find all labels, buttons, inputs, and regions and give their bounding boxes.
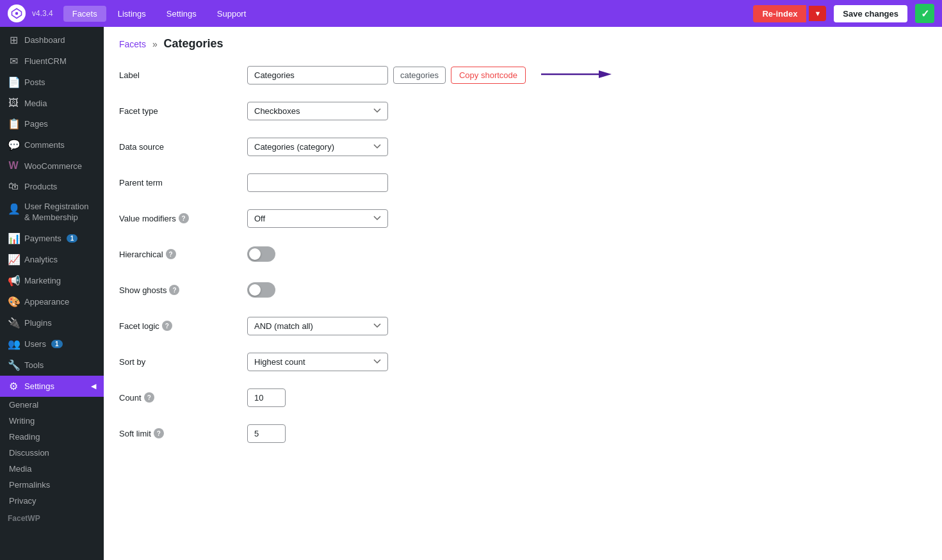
sort-by-row: Sort by Highest count Lowest count Displ…: [119, 350, 927, 373]
content-area: Facets » Categories Label categories Cop…: [104, 27, 942, 560]
hierarchical-label: Hierarchical ?: [119, 249, 247, 259]
count-help-icon[interactable]: ?: [144, 392, 154, 403]
form-area: Label categories Copy shortcode: [104, 56, 942, 483]
facet-logic-help-icon[interactable]: ?: [162, 321, 172, 331]
analytics-icon: 📈: [8, 253, 19, 266]
products-icon: 🛍: [8, 180, 19, 192]
tab-listings[interactable]: Listings: [109, 6, 155, 22]
facet-logic-select[interactable]: AND (match all) OR (match any): [247, 317, 388, 335]
payments-icon: 📊: [8, 232, 19, 244]
facet-type-control: Checkboxes Radio Dropdown: [247, 102, 927, 120]
value-modifiers-help-icon[interactable]: ?: [179, 213, 189, 223]
reindex-dropdown-button[interactable]: ▼: [809, 6, 826, 21]
value-modifiers-control: Off Include Exclude: [247, 209, 927, 228]
show-ghosts-control: [247, 282, 927, 298]
svg-marker-3: [599, 70, 612, 78]
settings-icon: ⚙: [8, 380, 19, 392]
sidebar-item-woocommerce[interactable]: W WooCommerce: [0, 156, 104, 176]
parent-term-control: [247, 173, 927, 192]
appearance-icon: 🎨: [8, 296, 19, 308]
sidebar-item-dashboard[interactable]: ⊞ Dashboard: [0, 29, 104, 51]
sidebar-item-user-registration[interactable]: 👤 User Registration & Membership: [0, 196, 104, 228]
breadcrumb-parent-link[interactable]: Facets: [119, 39, 146, 49]
sort-by-select[interactable]: Highest count Lowest count Display value…: [247, 353, 388, 371]
sidebar-item-fluentcrm[interactable]: ✉ FluentCRM: [0, 51, 104, 72]
sidebar-item-plugins[interactable]: 🔌 Plugins: [0, 312, 104, 333]
breadcrumb-separator: »: [152, 39, 158, 49]
data-source-label: Data source: [119, 142, 247, 152]
label-control-area: categories Copy shortcode: [247, 66, 927, 84]
sidebar-item-products[interactable]: 🛍 Products: [0, 176, 104, 196]
sidebar-item-pages[interactable]: 📋 Pages: [0, 113, 104, 134]
soft-limit-row: Soft limit ?: [119, 422, 927, 445]
copy-shortcode-button[interactable]: Copy shortcode: [451, 67, 526, 84]
facet-type-label: Facet type: [119, 106, 247, 116]
data-source-control: Categories (category) Tags (post_tag): [247, 138, 927, 156]
sidebar-sub-discussion[interactable]: Discussion: [0, 445, 104, 461]
tab-facets[interactable]: Facets: [63, 6, 106, 22]
sidebar: ⊞ Dashboard ✉ FluentCRM 📄 Posts 🖼 Media …: [0, 27, 104, 560]
parent-term-label: Parent term: [119, 178, 247, 188]
sidebar-item-comments[interactable]: 💬 Comments: [0, 134, 104, 156]
show-ghosts-thumb: [249, 284, 261, 296]
user-registration-icon: 👤: [8, 203, 19, 215]
sidebar-item-posts[interactable]: 📄 Posts: [0, 72, 104, 93]
label-field-label: Label: [119, 70, 247, 80]
sidebar-item-payments[interactable]: 📊 Payments 1: [0, 228, 104, 249]
woocommerce-icon: W: [8, 160, 19, 172]
sidebar-sub-reading[interactable]: Reading: [0, 429, 104, 445]
svg-point-1: [15, 12, 19, 15]
sidebar-item-appearance[interactable]: 🎨 Appearance: [0, 291, 104, 312]
sidebar-item-users[interactable]: 👥 Users 1: [0, 333, 104, 355]
tab-support[interactable]: Support: [208, 6, 256, 22]
soft-limit-help-icon[interactable]: ?: [154, 428, 164, 438]
breadcrumb: Facets » Categories: [104, 27, 942, 56]
dashboard-icon: ⊞: [8, 34, 19, 46]
tab-settings[interactable]: Settings: [158, 6, 206, 22]
show-ghosts-row: Show ghosts ?: [119, 278, 927, 301]
save-changes-button[interactable]: Save changes: [834, 5, 907, 22]
sidebar-sub-media[interactable]: Media: [0, 461, 104, 477]
sidebar-item-marketing[interactable]: 📢 Marketing: [0, 270, 104, 291]
value-modifiers-select[interactable]: Off Include Exclude: [247, 209, 388, 228]
breadcrumb-current: Categories: [164, 37, 223, 50]
pages-icon: 📋: [8, 118, 19, 130]
plugins-icon: 🔌: [8, 317, 19, 329]
sidebar-sub-writing[interactable]: Writing: [0, 413, 104, 429]
hierarchical-row: Hierarchical ?: [119, 243, 927, 266]
users-icon: 👥: [8, 338, 19, 350]
main-layout: ⊞ Dashboard ✉ FluentCRM 📄 Posts 🖼 Media …: [0, 27, 942, 560]
sidebar-item-settings[interactable]: ⚙ Settings ◀: [0, 376, 104, 397]
data-source-select[interactable]: Categories (category) Tags (post_tag): [247, 138, 388, 156]
sidebar-sub-general[interactable]: General: [0, 397, 104, 413]
parent-term-input[interactable]: [247, 173, 388, 192]
sort-by-control: Highest count Lowest count Display value…: [247, 353, 927, 371]
arrow-indicator: [541, 67, 612, 84]
sidebar-sub-privacy[interactable]: Privacy: [0, 493, 104, 509]
hierarchical-help-icon[interactable]: ?: [166, 249, 176, 259]
show-ghosts-toggle[interactable]: [247, 282, 275, 298]
count-label: Count ?: [119, 392, 247, 403]
label-input[interactable]: [247, 66, 388, 84]
sidebar-sub-permalinks[interactable]: Permalinks: [0, 477, 104, 493]
sidebar-item-tools[interactable]: 🔧 Tools: [0, 355, 104, 376]
facet-type-select[interactable]: Checkboxes Radio Dropdown: [247, 102, 388, 120]
show-ghosts-help-icon[interactable]: ?: [169, 285, 179, 295]
reindex-button[interactable]: Re-index: [753, 5, 806, 22]
hierarchical-toggle[interactable]: [247, 246, 275, 262]
facet-logic-row: Facet logic ? AND (match all) OR (match …: [119, 314, 927, 337]
sidebar-item-analytics[interactable]: 📈 Analytics: [0, 249, 104, 270]
soft-limit-input[interactable]: [247, 424, 286, 443]
payments-badge: 1: [67, 234, 78, 243]
count-input[interactable]: [247, 388, 286, 407]
data-source-row: Data source Categories (category) Tags (…: [119, 135, 927, 158]
marketing-icon: 📢: [8, 275, 19, 287]
count-row: Count ?: [119, 386, 927, 409]
comments-icon: 💬: [8, 139, 19, 151]
value-modifiers-label: Value modifiers ?: [119, 213, 247, 223]
success-indicator: ✓: [915, 4, 934, 23]
show-ghosts-label: Show ghosts ?: [119, 285, 247, 295]
arrow-svg: [541, 67, 612, 82]
plugin-logo: [8, 4, 26, 22]
sidebar-item-media[interactable]: 🖼 Media: [0, 93, 104, 113]
